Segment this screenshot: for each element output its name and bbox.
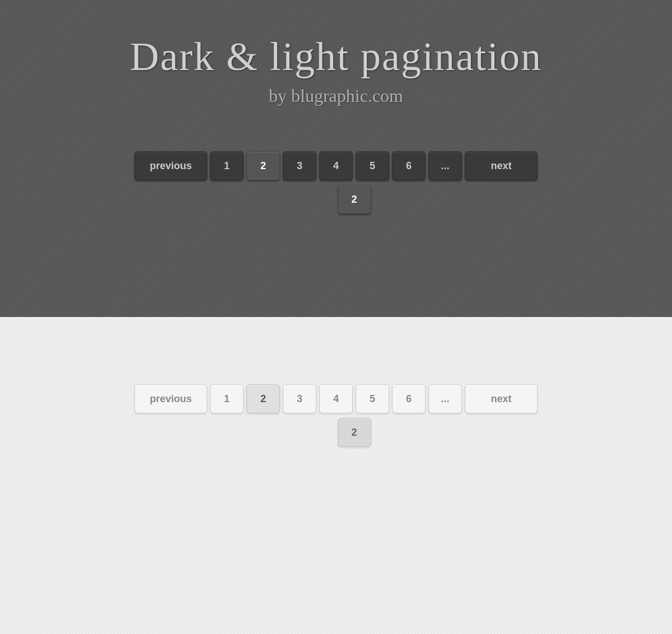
dark-page-6-button[interactable]: 6 — [392, 151, 426, 180]
dark-page-2-button[interactable]: 2 — [246, 151, 280, 180]
light-page-2-button[interactable]: 2 — [246, 384, 280, 413]
light-pagination: previous 1 2 3 4 5 6 ... next — [134, 384, 538, 413]
light-section: previous 1 2 3 4 5 6 ... next 2 — [0, 317, 672, 634]
light-previous-button[interactable]: previous — [134, 384, 207, 413]
light-page-4-button[interactable]: 4 — [319, 384, 353, 413]
dark-page-3-button[interactable]: 3 — [283, 151, 316, 180]
light-active-indicator: 2 — [338, 418, 371, 447]
light-ellipsis-button[interactable]: ... — [428, 384, 462, 413]
light-page-1-button[interactable]: 1 — [210, 384, 244, 413]
dark-next-button[interactable]: next — [465, 151, 538, 180]
page-title: Dark & light pagination — [130, 34, 542, 80]
dark-page-1-button[interactable]: 1 — [210, 151, 244, 180]
dark-page-5-button[interactable]: 5 — [356, 151, 389, 180]
dark-active-indicator: 2 — [338, 185, 371, 214]
dark-ellipsis-button[interactable]: ... — [428, 151, 462, 180]
dark-pagination: previous 1 2 3 4 5 6 ... next — [134, 151, 538, 180]
light-next-button[interactable]: next — [465, 384, 538, 413]
light-page-6-button[interactable]: 6 — [392, 384, 426, 413]
light-active-bubble: 2 — [338, 418, 371, 447]
light-page-5-button[interactable]: 5 — [356, 384, 389, 413]
dark-page-4-button[interactable]: 4 — [319, 151, 353, 180]
page-subtitle: by blugraphic.com — [269, 86, 403, 106]
dark-active-bubble: 2 — [338, 185, 371, 214]
dark-section: Dark & light pagination by blugraphic.co… — [0, 0, 672, 317]
light-page-3-button[interactable]: 3 — [283, 384, 316, 413]
dark-previous-button[interactable]: previous — [134, 151, 207, 180]
